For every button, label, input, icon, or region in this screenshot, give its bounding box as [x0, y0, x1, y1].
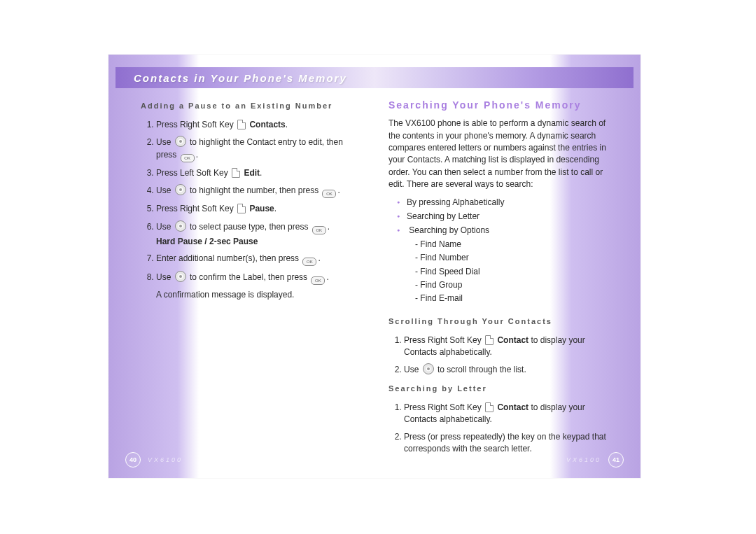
intro-paragraph: The VX6100 phone is able to perform a dy…: [388, 118, 608, 190]
step-2: Use to scroll through the list.: [404, 363, 608, 376]
model-label: VX6100: [148, 456, 183, 463]
scroll-head: Scrolling Through Your Contacts: [388, 316, 608, 328]
left-subhead: Adding a Pause to an Existing Number: [141, 101, 360, 112]
manual-spread: Contacts in Your Phone's Memory Adding a…: [108, 55, 640, 478]
step-3: Press Left Soft Key Edit.: [156, 167, 360, 179]
step-8: Use to confirm the Label, then press OK.…: [156, 271, 360, 301]
step-1: Press Right Soft Key Contact to display …: [404, 402, 608, 426]
model-label: VX6100: [566, 456, 601, 463]
search-ways-list: By pressing Alphabetically Searching by …: [388, 197, 608, 305]
step-6: Use to select pause type, then press OK.…: [156, 220, 360, 248]
list-item: Searching by Options - Find Name - Find …: [397, 225, 608, 304]
pause-types: Hard Pause / 2-sec Pause: [156, 236, 360, 248]
nav-icon: [175, 220, 186, 232]
doc-icon: [232, 168, 240, 178]
ok-icon: OK: [181, 154, 195, 162]
right-footer: VX6100 41: [566, 451, 624, 468]
step-5: Press Right Soft Key Pause.: [156, 203, 360, 215]
step-1: Press Right Soft Key Contact to display …: [404, 335, 608, 359]
chapter-title: Contacts in Your Phone's Memory: [134, 72, 347, 84]
page-number: 41: [608, 452, 624, 468]
letter-head: Searching by Letter: [388, 384, 608, 395]
left-footer: 40 VX6100: [125, 451, 183, 468]
step-4: Use to highlight the number, then press …: [156, 184, 360, 198]
scroll-steps: Press Right Soft Key Contact to display …: [388, 335, 608, 377]
list-item: Searching by Letter: [397, 211, 608, 223]
left-steps: Press Right Soft Key Contacts. Use to hi…: [141, 119, 360, 301]
nav-icon: [175, 136, 186, 147]
section-title: Searching Your Phone's Memory: [388, 98, 608, 112]
page-number: 40: [125, 452, 141, 468]
chapter-header: Contacts in Your Phone's Memory: [115, 67, 374, 88]
nav-icon: [175, 184, 186, 195]
ok-icon: OK: [311, 276, 325, 285]
doc-icon: [237, 120, 246, 129]
chapter-header-right: [374, 67, 634, 88]
ok-icon: OK: [302, 258, 316, 266]
confirm-note: A confirmation message is displayed.: [156, 289, 360, 301]
step-2: Use to highlight the Contact entry to ed…: [156, 136, 360, 162]
ok-icon: OK: [312, 226, 326, 234]
doc-icon: [485, 335, 493, 345]
page-left: Contacts in Your Phone's Memory Adding a…: [108, 55, 374, 478]
letter-steps: Press Right Soft Key Contact to display …: [388, 402, 608, 456]
list-item: By pressing Alphabetically: [397, 197, 608, 209]
step-1: Press Right Soft Key Contacts.: [156, 119, 360, 131]
sub-options: - Find Name - Find Number - Find Speed D…: [415, 239, 608, 305]
left-content: Adding a Pause to an Existing Number Pre…: [141, 98, 360, 444]
page-right: Searching Your Phone's Memory The VX6100…: [374, 55, 640, 478]
nav-icon: [423, 363, 434, 374]
step-7: Enter additional number(s), then press O…: [156, 253, 360, 266]
right-content: Searching Your Phone's Memory The VX6100…: [388, 98, 608, 444]
ok-icon: OK: [322, 190, 336, 198]
doc-icon: [485, 402, 493, 412]
doc-icon: [237, 204, 246, 213]
nav-icon: [175, 271, 186, 282]
